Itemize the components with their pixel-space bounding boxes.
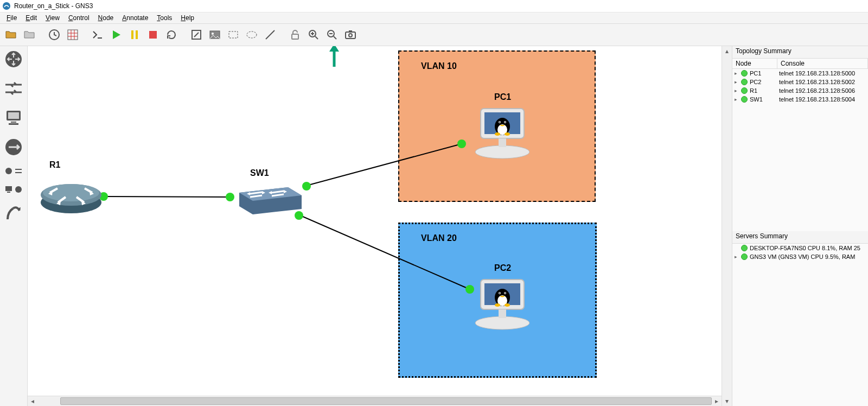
pause-all-button[interactable] (127, 27, 142, 42)
draw-rectangle-button[interactable] (226, 27, 241, 42)
svg-rect-3 (131, 30, 133, 39)
server-row-vm[interactable]: ▸GNS3 VM (GNS3 VM) CPU 9.5%, RAM (732, 252, 868, 261)
topo-row-pc2[interactable]: ▸PC2telnet 192.168.213.128:5002 (732, 78, 868, 86)
router-category-icon[interactable] (4, 49, 23, 69)
horizontal-scrollbar[interactable]: ◂ ▸ (28, 396, 722, 406)
svg-point-10 (247, 31, 257, 38)
menubar: File Edit View Control Node Annotate Too… (0, 12, 868, 23)
servers-summary-body: ▸DESKTOP-F5A7NS0 CPU 8.1%, RAM 25 ▸GNS3 … (732, 244, 868, 406)
menu-node[interactable]: Node (95, 14, 117, 22)
right-panels: Topology Summary Node Console ▸PC1telnet… (732, 46, 868, 406)
svg-line-27 (104, 196, 234, 197)
status-dot-icon (741, 87, 748, 94)
svg-point-23 (5, 168, 12, 174)
col-console[interactable]: Console (777, 59, 868, 68)
node-r1-label: R1 (49, 160, 60, 170)
svg-rect-14 (346, 32, 355, 39)
screenshot-button[interactable] (343, 27, 358, 42)
svg-point-61 (495, 303, 500, 307)
switch-category-icon[interactable] (4, 79, 23, 98)
zoom-out-button[interactable] (324, 27, 340, 42)
menu-edit[interactable]: Edit (22, 14, 40, 22)
titlebar: Router_on_a_Stick - GNS3 (0, 0, 868, 12)
svg-point-47 (499, 122, 500, 123)
svg-point-0 (3, 2, 10, 10)
node-pc2-label: PC2 (494, 263, 511, 273)
svg-rect-9 (229, 31, 238, 38)
svg-point-62 (505, 303, 510, 307)
add-note-button[interactable] (189, 27, 204, 42)
node-sw1[interactable] (234, 182, 304, 219)
open-project-button[interactable] (3, 27, 18, 42)
scroll-right-icon[interactable]: ▸ (712, 396, 722, 406)
menu-file[interactable]: File (3, 14, 20, 22)
svg-rect-42 (499, 138, 506, 147)
device-dock (0, 46, 28, 406)
node-pc1[interactable] (473, 106, 532, 162)
draw-ellipse-button[interactable] (244, 27, 259, 42)
console-all-button[interactable] (90, 27, 105, 42)
scroll-left-icon[interactable]: ◂ (28, 396, 37, 406)
menu-annotate[interactable]: Annotate (119, 14, 151, 22)
topo-row-pc1[interactable]: ▸PC1telnet 192.168.213.128:5000 (732, 69, 868, 78)
node-pc2[interactable] (473, 277, 532, 333)
status-dot-icon (741, 70, 748, 77)
status-dot-icon (741, 96, 748, 103)
stop-all-button[interactable] (145, 27, 161, 42)
mini-icon-3[interactable] (4, 185, 13, 194)
svg-point-59 (499, 293, 500, 294)
menu-view[interactable]: View (42, 14, 63, 22)
svg-point-49 (495, 132, 500, 136)
zone-vlan10-label: VLAN 10 (421, 61, 457, 71)
svg-rect-21 (9, 123, 18, 125)
scroll-up-icon[interactable]: ▴ (722, 46, 732, 56)
svg-rect-2 (68, 30, 78, 40)
topology-summary-body: ▸PC1telnet 192.168.213.128:5000 ▸PC2teln… (732, 69, 868, 231)
snapshot-clock-button[interactable] (47, 27, 62, 42)
svg-rect-24 (5, 186, 12, 191)
svg-rect-25 (7, 192, 10, 193)
toolbar (0, 23, 868, 46)
topology-summary-columns: Node Console (732, 59, 868, 69)
mini-icon-4[interactable] (14, 185, 23, 194)
status-dot-icon (741, 245, 748, 251)
menu-help[interactable]: Help (177, 14, 197, 22)
mini-icon-2[interactable] (14, 167, 23, 175)
status-dot-icon (741, 79, 748, 85)
topo-row-sw1[interactable]: ▸SW1telnet 192.168.213.128:5004 (732, 95, 868, 104)
lock-button[interactable] (288, 27, 303, 42)
svg-point-26 (15, 186, 22, 193)
server-row-local[interactable]: ▸DESKTOP-F5A7NS0 CPU 8.1%, RAM 25 (732, 244, 868, 252)
svg-point-53 (475, 316, 529, 329)
mini-icon-1[interactable] (4, 167, 13, 175)
enddevice-category-icon[interactable] (4, 108, 23, 128)
scroll-down-icon[interactable]: ▾ (722, 396, 732, 406)
save-project-button[interactable] (22, 27, 37, 42)
vertical-scrollbar[interactable]: ▴ ▾ (722, 46, 732, 406)
topology-canvas[interactable]: VLAN 10 VLAN 20 R1 (28, 46, 722, 396)
start-all-button[interactable] (108, 27, 124, 42)
servers-summary-header: Servers Summary (732, 231, 868, 244)
show-grid-button[interactable] (65, 27, 80, 42)
hscroll-thumb[interactable] (60, 397, 712, 405)
insert-picture-button[interactable] (207, 27, 222, 42)
link-tool-icon[interactable] (4, 204, 23, 223)
security-category-icon[interactable] (4, 137, 23, 157)
app-icon (2, 2, 11, 10)
svg-rect-16 (349, 30, 352, 32)
svg-point-48 (505, 122, 506, 123)
node-r1[interactable] (39, 176, 104, 216)
draw-line-button[interactable] (263, 27, 278, 42)
menu-tools[interactable]: Tools (154, 14, 175, 22)
reload-all-button[interactable] (164, 27, 179, 42)
svg-rect-5 (149, 31, 157, 39)
svg-point-60 (505, 293, 506, 294)
window-title: Router_on_a_Stick - GNS3 (14, 2, 93, 10)
col-node[interactable]: Node (732, 59, 777, 68)
zoom-in-button[interactable] (306, 27, 321, 42)
svg-rect-4 (136, 30, 138, 39)
topology-summary-header: Topology Summary (732, 46, 868, 59)
svg-point-31 (226, 193, 234, 201)
menu-control[interactable]: Control (65, 14, 93, 22)
topo-row-r1[interactable]: ▸R1telnet 192.168.213.128:5006 (732, 86, 868, 95)
